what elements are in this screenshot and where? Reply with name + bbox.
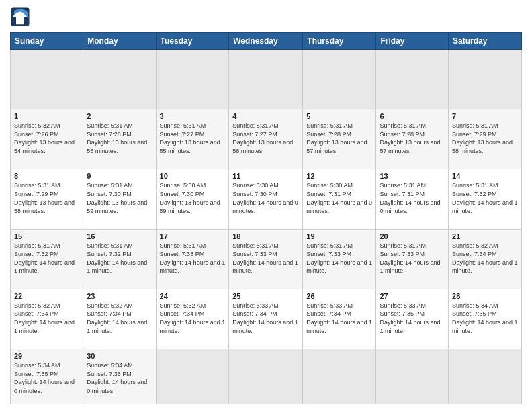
calendar-cell — [303, 50, 376, 109]
day-info: Sunrise: 5:31 AMSunset: 7:29 PMDaylight:… — [452, 122, 518, 155]
day-info: Sunrise: 5:31 AMSunset: 7:28 PMDaylight:… — [380, 122, 445, 155]
day-info: Sunrise: 5:32 AMSunset: 7:34 PMDaylight:… — [160, 302, 226, 335]
day-number: 17 — [160, 232, 226, 240]
weekday-header-row: SundayMondayTuesdayWednesdayThursdayFrid… — [11, 33, 522, 50]
day-number: 4 — [232, 112, 299, 120]
calendar-cell: 5 Sunrise: 5:31 AMSunset: 7:28 PMDayligh… — [303, 109, 376, 169]
day-info: Sunrise: 5:31 AMSunset: 7:33 PMDaylight:… — [232, 242, 299, 275]
day-number: 2 — [87, 112, 152, 120]
day-number: 6 — [380, 112, 445, 120]
weekday-header-sunday: Sunday — [11, 33, 83, 50]
calendar-cell — [449, 50, 522, 109]
day-number: 30 — [87, 352, 152, 360]
day-number: 29 — [14, 352, 79, 360]
day-info: Sunrise: 5:34 AMSunset: 7:35 PMDaylight:… — [14, 361, 79, 395]
day-info: Sunrise: 5:34 AMSunset: 7:35 PMDaylight:… — [452, 302, 518, 335]
day-info: Sunrise: 5:33 AMSunset: 7:35 PMDaylight:… — [380, 302, 445, 335]
day-number: 27 — [380, 292, 445, 300]
calendar-week-row: 8 Sunrise: 5:31 AMSunset: 7:29 PMDayligh… — [11, 169, 522, 229]
logo-icon — [10, 7, 30, 27]
day-info: Sunrise: 5:31 AMSunset: 7:32 PMDaylight:… — [452, 181, 518, 215]
weekday-header-saturday: Saturday — [449, 33, 522, 50]
day-number: 28 — [452, 292, 518, 300]
day-number: 16 — [87, 232, 152, 240]
day-number: 20 — [380, 232, 445, 240]
day-info: Sunrise: 5:31 AMSunset: 7:26 PMDaylight:… — [87, 122, 152, 155]
calendar-week-row: 29 Sunrise: 5:34 AMSunset: 7:35 PMDaylig… — [11, 349, 522, 404]
day-number: 7 — [452, 112, 518, 120]
weekday-header-wednesday: Wednesday — [229, 33, 303, 50]
page: SundayMondayTuesdayWednesdayThursdayFrid… — [0, 0, 532, 411]
calendar-cell: 30 Sunrise: 5:34 AMSunset: 7:35 PMDaylig… — [83, 349, 156, 404]
calendar-cell — [11, 50, 83, 109]
calendar-cell — [376, 349, 449, 404]
calendar-cell: 21 Sunrise: 5:32 AMSunset: 7:34 PMDaylig… — [449, 229, 522, 289]
calendar-cell — [449, 349, 522, 404]
calendar-cell: 10 Sunrise: 5:30 AMSunset: 7:30 PMDaylig… — [156, 169, 229, 229]
day-number: 10 — [160, 172, 226, 180]
calendar-table: SundayMondayTuesdayWednesdayThursdayFrid… — [10, 32, 522, 404]
calendar-cell: 29 Sunrise: 5:34 AMSunset: 7:35 PMDaylig… — [11, 349, 83, 404]
calendar-cell: 24 Sunrise: 5:32 AMSunset: 7:34 PMDaylig… — [156, 289, 229, 349]
calendar-cell: 7 Sunrise: 5:31 AMSunset: 7:29 PMDayligh… — [449, 109, 522, 169]
calendar-cell: 9 Sunrise: 5:31 AMSunset: 7:30 PMDayligh… — [83, 169, 156, 229]
calendar-cell: 15 Sunrise: 5:31 AMSunset: 7:32 PMDaylig… — [11, 229, 83, 289]
calendar-cell: 17 Sunrise: 5:31 AMSunset: 7:33 PMDaylig… — [156, 229, 229, 289]
day-number: 24 — [160, 292, 226, 300]
calendar-cell: 13 Sunrise: 5:31 AMSunset: 7:31 PMDaylig… — [376, 169, 449, 229]
day-info: Sunrise: 5:34 AMSunset: 7:35 PMDaylight:… — [87, 361, 152, 395]
logo — [10, 7, 32, 27]
calendar-week-row: 15 Sunrise: 5:31 AMSunset: 7:32 PMDaylig… — [11, 229, 522, 289]
day-info: Sunrise: 5:31 AMSunset: 7:27 PMDaylight:… — [232, 122, 299, 155]
day-number: 18 — [232, 232, 299, 240]
calendar-cell — [83, 50, 156, 109]
calendar-cell: 1 Sunrise: 5:32 AMSunset: 7:26 PMDayligh… — [11, 109, 83, 169]
day-number: 9 — [87, 172, 152, 180]
calendar-cell — [156, 50, 229, 109]
calendar-cell: 16 Sunrise: 5:31 AMSunset: 7:32 PMDaylig… — [83, 229, 156, 289]
calendar-cell: 8 Sunrise: 5:31 AMSunset: 7:29 PMDayligh… — [11, 169, 83, 229]
day-info: Sunrise: 5:32 AMSunset: 7:26 PMDaylight:… — [14, 122, 79, 155]
calendar-cell — [156, 349, 229, 404]
day-number: 13 — [380, 172, 445, 180]
weekday-header-tuesday: Tuesday — [156, 33, 229, 50]
calendar-cell: 22 Sunrise: 5:32 AMSunset: 7:34 PMDaylig… — [11, 289, 83, 349]
calendar-cell — [303, 349, 376, 404]
day-info: Sunrise: 5:31 AMSunset: 7:30 PMDaylight:… — [87, 181, 152, 215]
calendar-week-row: 1 Sunrise: 5:32 AMSunset: 7:26 PMDayligh… — [11, 109, 522, 169]
day-info: Sunrise: 5:31 AMSunset: 7:29 PMDaylight:… — [14, 181, 79, 215]
calendar-week-row — [11, 50, 522, 109]
day-number: 26 — [306, 292, 372, 300]
calendar-cell: 28 Sunrise: 5:34 AMSunset: 7:35 PMDaylig… — [449, 289, 522, 349]
day-info: Sunrise: 5:33 AMSunset: 7:34 PMDaylight:… — [232, 302, 299, 335]
calendar-cell: 3 Sunrise: 5:31 AMSunset: 7:27 PMDayligh… — [156, 109, 229, 169]
calendar-cell: 18 Sunrise: 5:31 AMSunset: 7:33 PMDaylig… — [229, 229, 303, 289]
day-number: 14 — [452, 172, 518, 180]
calendar-cell — [376, 50, 449, 109]
day-number: 15 — [14, 232, 79, 240]
day-info: Sunrise: 5:33 AMSunset: 7:34 PMDaylight:… — [306, 302, 372, 335]
calendar-cell: 19 Sunrise: 5:31 AMSunset: 7:33 PMDaylig… — [303, 229, 376, 289]
calendar-cell: 26 Sunrise: 5:33 AMSunset: 7:34 PMDaylig… — [303, 289, 376, 349]
calendar-cell: 20 Sunrise: 5:31 AMSunset: 7:33 PMDaylig… — [376, 229, 449, 289]
day-number: 12 — [306, 172, 372, 180]
day-number: 5 — [306, 112, 372, 120]
calendar-cell: 23 Sunrise: 5:32 AMSunset: 7:34 PMDaylig… — [83, 289, 156, 349]
calendar-cell: 4 Sunrise: 5:31 AMSunset: 7:27 PMDayligh… — [229, 109, 303, 169]
day-info: Sunrise: 5:30 AMSunset: 7:31 PMDaylight:… — [306, 181, 372, 215]
day-number: 11 — [232, 172, 299, 180]
day-info: Sunrise: 5:31 AMSunset: 7:33 PMDaylight:… — [380, 242, 445, 275]
day-info: Sunrise: 5:32 AMSunset: 7:34 PMDaylight:… — [452, 242, 518, 275]
weekday-header-monday: Monday — [83, 33, 156, 50]
day-info: Sunrise: 5:30 AMSunset: 7:30 PMDaylight:… — [232, 181, 299, 215]
calendar-cell: 2 Sunrise: 5:31 AMSunset: 7:26 PMDayligh… — [83, 109, 156, 169]
calendar-cell: 12 Sunrise: 5:30 AMSunset: 7:31 PMDaylig… — [303, 169, 376, 229]
day-number: 25 — [232, 292, 299, 300]
day-info: Sunrise: 5:32 AMSunset: 7:34 PMDaylight:… — [87, 302, 152, 335]
day-number: 19 — [306, 232, 372, 240]
day-info: Sunrise: 5:31 AMSunset: 7:32 PMDaylight:… — [87, 242, 152, 275]
calendar-cell: 14 Sunrise: 5:31 AMSunset: 7:32 PMDaylig… — [449, 169, 522, 229]
calendar-cell: 25 Sunrise: 5:33 AMSunset: 7:34 PMDaylig… — [229, 289, 303, 349]
day-info: Sunrise: 5:31 AMSunset: 7:32 PMDaylight:… — [14, 242, 79, 275]
calendar-cell: 11 Sunrise: 5:30 AMSunset: 7:30 PMDaylig… — [229, 169, 303, 229]
